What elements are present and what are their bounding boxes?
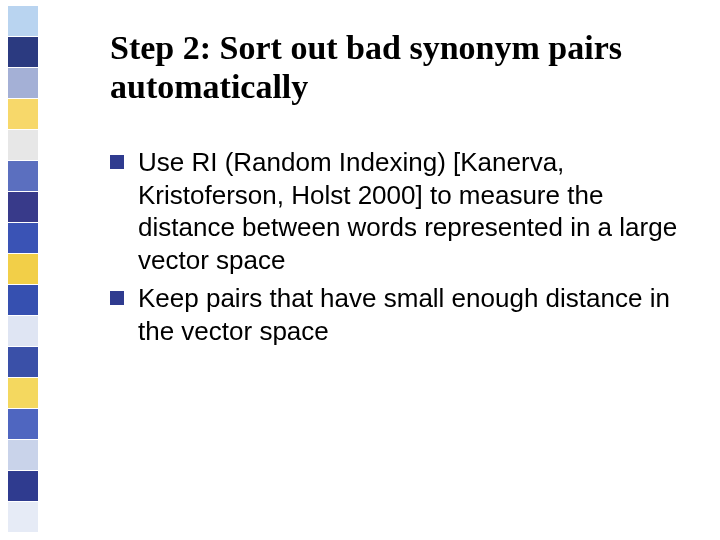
square-bullet-icon [110,155,124,169]
sidebar-block [8,285,38,315]
bullet-text: Use RI (Random Indexing) [Kanerva, Krist… [138,147,677,275]
sidebar-block [8,502,38,532]
sidebar-block [8,192,38,222]
sidebar-block [8,254,38,284]
sidebar-block [8,347,38,377]
list-item: Keep pairs that have small enough distan… [110,282,692,347]
bullet-text: Keep pairs that have small enough distan… [138,283,670,346]
slide-title: Step 2: Sort out bad synonym pairs autom… [110,28,692,106]
slide: Step 2: Sort out bad synonym pairs autom… [0,0,720,540]
sidebar-block [8,440,38,470]
list-item: Use RI (Random Indexing) [Kanerva, Krist… [110,146,692,276]
sidebar-block [8,130,38,160]
sidebar-block [8,471,38,501]
sidebar-block [8,161,38,191]
sidebar-block [8,378,38,408]
sidebar-block [8,68,38,98]
sidebar-block [8,6,38,36]
sidebar-block [8,99,38,129]
sidebar-block [8,316,38,346]
decorative-sidebar [0,0,44,540]
bullet-list: Use RI (Random Indexing) [Kanerva, Krist… [110,146,692,347]
slide-content: Step 2: Sort out bad synonym pairs autom… [110,28,692,353]
sidebar-block [8,223,38,253]
square-bullet-icon [110,291,124,305]
sidebar-block [8,37,38,67]
sidebar-block [8,409,38,439]
